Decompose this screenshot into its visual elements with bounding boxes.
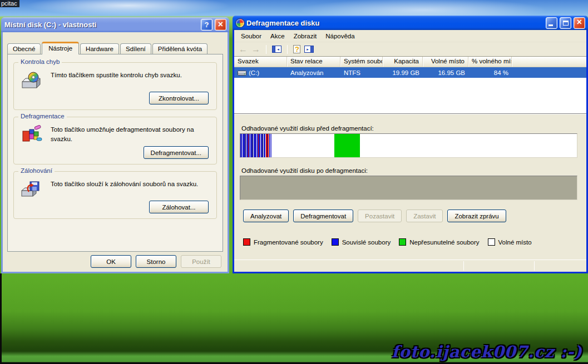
column-filler bbox=[512, 57, 586, 67]
volume-filesystem-cell: NTFS bbox=[340, 69, 383, 76]
unmovable-swatch-icon bbox=[399, 238, 406, 246]
check-now-button[interactable]: Zkontrolovat... bbox=[149, 92, 209, 104]
console-tree-icon[interactable]: ◂ bbox=[272, 46, 281, 53]
close-button[interactable]: × bbox=[574, 17, 585, 29]
question-icon: ? bbox=[205, 21, 209, 29]
back-arrow-icon[interactable]: ← bbox=[239, 45, 248, 54]
tab-pridelena-kvota[interactable]: Přidělená kvóta bbox=[152, 43, 207, 54]
legend-contiguous: Souvislé soubory bbox=[332, 238, 391, 246]
statusbar-section bbox=[535, 260, 586, 272]
help-topics-icon[interactable]: ? bbox=[293, 45, 300, 53]
statusbar-section bbox=[464, 260, 534, 272]
defrag-window: Defragmentace disku × Soubor Akce Zobraz… bbox=[233, 16, 588, 273]
maximize-button[interactable] bbox=[560, 17, 571, 29]
close-button[interactable]: × bbox=[215, 19, 226, 31]
volume-free-cell: 16.95 GB bbox=[423, 69, 468, 76]
backup-now-button[interactable]: Zálohovat... bbox=[149, 201, 209, 213]
menu-zobrazit[interactable]: Zobrazit bbox=[289, 31, 322, 41]
defrag-window-title: Defragmentace disku bbox=[246, 19, 543, 27]
ok-button[interactable]: OK bbox=[91, 255, 131, 268]
screen-edge bbox=[0, 273, 2, 364]
desktop-icon-label: pcitac bbox=[0, 0, 19, 7]
drive-icon bbox=[238, 69, 246, 76]
group-defragmentation: Defragmentace Toto tlačítko bbox=[13, 117, 217, 164]
contiguous-swatch-icon bbox=[332, 238, 339, 246]
volume-name-cell: (C:) bbox=[234, 69, 287, 76]
tab-sdileni[interactable]: Sdílení bbox=[120, 43, 151, 54]
defragment-button[interactable]: Defragmentovat... bbox=[144, 146, 209, 159]
group-label: Defragmentace bbox=[18, 113, 67, 119]
legend-fragmented: Fragmentované soubory bbox=[243, 238, 323, 246]
dialog-footer: OK Storno Použít bbox=[91, 255, 221, 268]
menu-napoveda[interactable]: Nápověda bbox=[321, 31, 359, 41]
stop-button[interactable]: Zastavit bbox=[406, 210, 443, 222]
volume-list: Svazek Stav relace Systém souborů Kapaci… bbox=[234, 56, 586, 114]
legend-unmovable: Nepřesunutelné soubory bbox=[399, 238, 479, 246]
pause-button[interactable]: Pozastavit bbox=[358, 210, 402, 222]
defrag-titlebar[interactable]: Defragmentace disku × bbox=[233, 16, 588, 30]
defrag-panel: Odhadované využití disku před defragment… bbox=[234, 114, 586, 260]
action-pane-icon[interactable]: ▸ bbox=[304, 46, 314, 53]
check-disk-icon bbox=[21, 71, 45, 92]
column-kapacita[interactable]: Kapacita bbox=[383, 57, 423, 67]
analyze-button[interactable]: Analyzovat bbox=[243, 210, 289, 222]
volume-list-empty-area bbox=[234, 78, 586, 113]
group-description: Tímto tlačítkem spustíte kontrolu chyb s… bbox=[51, 71, 210, 92]
menubar: Soubor Akce Zobrazit Nápověda bbox=[234, 30, 586, 42]
cancel-button[interactable]: Storno bbox=[136, 255, 176, 268]
volume-status-cell: Analyzován bbox=[287, 69, 340, 76]
column-svazek[interactable]: Svazek bbox=[234, 57, 287, 67]
defrag-app-icon bbox=[236, 19, 244, 27]
minimize-icon bbox=[549, 24, 553, 26]
photo-watermark: foto.ijacek007.cz :-) bbox=[392, 342, 582, 361]
group-label: Kontrola chyb bbox=[18, 58, 62, 65]
menu-akce[interactable]: Akce bbox=[266, 31, 289, 41]
group-description: Toto tlačítko umožňuje defragmentovat so… bbox=[51, 125, 210, 146]
close-icon: × bbox=[218, 20, 223, 29]
toolbar: ← → ◂ ? ▸ bbox=[234, 42, 586, 56]
group-label: Zálohování bbox=[18, 167, 55, 174]
properties-titlebar[interactable]: Místní disk (C:) - vlastnosti ? × bbox=[1, 17, 229, 32]
column-stav-relace[interactable]: Stav relace bbox=[287, 57, 340, 67]
action-buttons: Analyzovat Defragmentovat Pozastavit Zas… bbox=[243, 210, 586, 222]
free-swatch-icon bbox=[488, 238, 495, 246]
close-icon: × bbox=[577, 18, 582, 27]
menu-soubor[interactable]: Soubor bbox=[236, 31, 266, 41]
tools-tab-panel: Kontrola chyb bbox=[7, 54, 223, 252]
column-system-souboru[interactable]: Systém souborů bbox=[340, 57, 383, 67]
unmovable-block bbox=[334, 134, 360, 157]
properties-window-title: Místní disk (C:) - vlastnosti bbox=[4, 21, 199, 29]
tab-nastroje[interactable]: Nástroje bbox=[42, 42, 79, 54]
apply-button[interactable]: Použít bbox=[181, 255, 221, 268]
tab-obecne[interactable]: Obecné bbox=[7, 43, 41, 54]
before-map-label: Odhadované využití disku před defragment… bbox=[241, 125, 586, 132]
group-description: Toto tlačítko slouží k zálohování soubor… bbox=[51, 179, 210, 201]
defrag-blocks-icon bbox=[21, 125, 45, 146]
help-titlebar-button[interactable]: ? bbox=[201, 19, 213, 31]
status-bar bbox=[234, 260, 586, 272]
group-error-checking: Kontrola chyb bbox=[13, 62, 217, 110]
legend-free: Volné místo bbox=[488, 238, 532, 246]
forward-arrow-icon[interactable]: → bbox=[251, 45, 260, 54]
defragment-button[interactable]: Defragmentovat bbox=[293, 210, 353, 222]
properties-window: Místní disk (C:) - vlastnosti ? × Obecné… bbox=[1, 17, 229, 273]
tab-strip: Obecné Nástroje Hardware Sdílení Přiděle… bbox=[7, 42, 223, 54]
usage-map-before bbox=[240, 133, 577, 158]
usage-map-stripes bbox=[240, 134, 577, 157]
maximize-icon bbox=[563, 21, 569, 26]
toolbar-separator bbox=[266, 45, 266, 54]
tab-hardware[interactable]: Hardware bbox=[80, 43, 119, 54]
minimize-button[interactable] bbox=[546, 17, 557, 29]
desktop: pcitac Místní disk (C:) - vlastnosti ? ×… bbox=[0, 0, 588, 364]
toolbar-separator bbox=[287, 45, 288, 54]
volume-capacity-cell: 19.99 GB bbox=[383, 69, 423, 76]
group-backup: Zálohování To bbox=[13, 171, 217, 219]
legend: Fragmentované soubory Souvislé soubory N… bbox=[243, 238, 586, 246]
column-procento-volneho[interactable]: % volného místa bbox=[468, 57, 512, 67]
view-report-button[interactable]: Zobrazit zprávu bbox=[447, 210, 506, 222]
volume-row-c[interactable]: (C:) Analyzován NTFS 19.99 GB 16.95 GB 8… bbox=[234, 67, 586, 78]
backup-disk-icon bbox=[21, 179, 45, 201]
fragmented-swatch-icon bbox=[243, 238, 250, 246]
column-volne-misto[interactable]: Volné místo bbox=[423, 57, 468, 67]
volume-free-pct-cell: 84 % bbox=[468, 69, 512, 76]
